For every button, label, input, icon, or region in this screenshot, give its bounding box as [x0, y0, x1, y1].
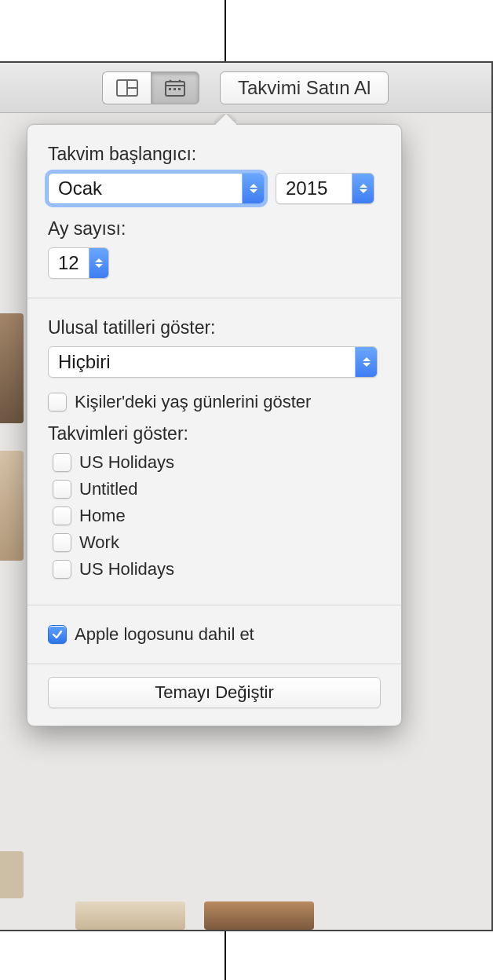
- calendar-settings-popover: Takvim başlangıcı: Ocak 2015: [27, 124, 402, 726]
- svg-point-5: [170, 79, 172, 82]
- calendar-settings-button[interactable]: [151, 71, 199, 104]
- calendar-checkbox[interactable]: [53, 533, 71, 552]
- calendar-label: Home: [79, 506, 126, 526]
- background-thumbnail: [0, 451, 24, 561]
- start-month-popup[interactable]: Ocak: [48, 173, 265, 204]
- start-label: Takvim başlangıcı:: [48, 144, 381, 165]
- include-logo-label: Apple logosunu dahil et: [75, 624, 254, 645]
- layout-view-button[interactable]: [102, 71, 151, 104]
- window-frame: Takvimi Satın Al Takvim başlangıcı: Ocak: [0, 61, 493, 931]
- svg-rect-8: [173, 88, 176, 90]
- chevron-updown-icon: [352, 174, 374, 203]
- chevron-updown-icon: [89, 248, 108, 278]
- start-month-value: Ocak: [49, 177, 242, 199]
- include-logo-row[interactable]: Apple logosunu dahil et: [48, 624, 381, 645]
- section-start: Takvim başlangıcı: Ocak 2015: [27, 125, 401, 298]
- background-thumbnail: [204, 901, 314, 930]
- section-theme: Temayı Değiştir: [27, 664, 401, 726]
- birthdays-checkbox[interactable]: [48, 393, 67, 411]
- calendar-icon: [164, 79, 186, 97]
- holidays-popup[interactable]: Hiçbiri: [48, 346, 378, 378]
- calendar-list: US Holidays Untitled Home: [48, 452, 381, 580]
- section-logo: Apple logosunu dahil et: [27, 605, 401, 664]
- calendar-row[interactable]: US Holidays: [53, 559, 381, 580]
- buy-calendar-label: Takvimi Satın Al: [238, 77, 371, 99]
- calendar-row[interactable]: Work: [53, 532, 381, 553]
- view-toggle-group: [102, 71, 199, 104]
- change-theme-label: Temayı Değiştir: [155, 682, 274, 702]
- callout-leader-top: [225, 0, 226, 61]
- popover-arrow: [214, 114, 236, 125]
- show-calendars-label: Takvimleri göster:: [48, 423, 381, 444]
- section-holidays: Ulusal tatilleri göster: Hiçbiri: [27, 298, 401, 605]
- background-thumbnail: [75, 901, 185, 930]
- background-thumbnail: [0, 313, 24, 423]
- buy-calendar-button[interactable]: Takvimi Satın Al: [220, 71, 389, 104]
- months-count-popup[interactable]: 12: [48, 247, 109, 279]
- birthdays-label: Kişiler'deki yaş günlerini göster: [75, 392, 311, 412]
- calendar-label: US Holidays: [79, 559, 174, 580]
- background-thumbnail: [0, 851, 24, 898]
- toolbar: Takvimi Satın Al: [0, 63, 491, 113]
- calendar-checkbox[interactable]: [53, 480, 71, 499]
- layout-grid-icon: [116, 79, 138, 97]
- svg-rect-7: [169, 88, 171, 90]
- svg-rect-9: [178, 88, 181, 90]
- calendar-row[interactable]: US Holidays: [53, 452, 381, 473]
- calendar-label: Work: [79, 532, 119, 553]
- birthdays-checkbox-row[interactable]: Kişiler'deki yaş günlerini göster: [48, 392, 381, 412]
- include-logo-checkbox[interactable]: [48, 625, 67, 644]
- months-count-label: Ay sayısı:: [48, 218, 381, 240]
- chevron-updown-icon: [242, 174, 264, 203]
- start-year-value: 2015: [276, 177, 352, 199]
- calendar-label: Untitled: [79, 479, 138, 499]
- months-count-value: 12: [49, 252, 89, 274]
- check-icon: [51, 628, 64, 641]
- holidays-label: Ulusal tatilleri göster:: [48, 317, 381, 338]
- calendar-label: US Holidays: [79, 452, 174, 473]
- calendar-checkbox[interactable]: [53, 453, 71, 472]
- holidays-value: Hiçbiri: [49, 351, 355, 373]
- calendar-checkbox[interactable]: [53, 560, 71, 579]
- calendar-row[interactable]: Untitled: [53, 479, 381, 499]
- content-area: Takvim başlangıcı: Ocak 2015: [0, 113, 491, 930]
- chevron-updown-icon: [355, 347, 377, 377]
- calendar-row[interactable]: Home: [53, 506, 381, 526]
- calendar-checkbox[interactable]: [53, 506, 71, 525]
- change-theme-button[interactable]: Temayı Değiştir: [48, 677, 381, 708]
- start-year-popup[interactable]: 2015: [276, 173, 374, 204]
- svg-point-6: [179, 79, 181, 82]
